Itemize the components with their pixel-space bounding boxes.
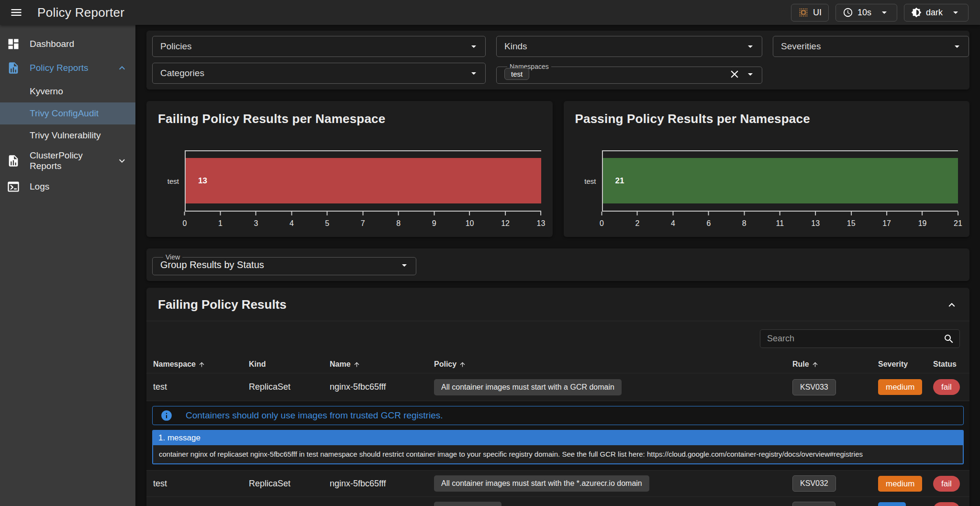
sidebar-item-label: Dashboard (30, 39, 74, 49)
sidebar: Dashboard Policy Reports Kyverno Trivy C… (0, 25, 135, 506)
file-chart-icon (7, 61, 20, 75)
table-row[interactable]: test ReplicaSet nginx-5fbc65fff All cont… (146, 373, 969, 401)
x-tick: 6 (706, 212, 711, 228)
status-badge: fail (933, 379, 960, 395)
view-select-value: Group Results by Status (160, 259, 264, 270)
x-tick: 13 (811, 212, 820, 228)
plot-area: 21 (602, 150, 958, 212)
passing-bar-chart: test 21 0 2 4 6 8 11 (575, 150, 958, 233)
theme-value: dark (926, 8, 943, 18)
chevron-down-icon[interactable] (745, 68, 756, 80)
x-tick: 17 (882, 212, 891, 228)
x-tick: 13 (537, 212, 546, 228)
message-text: container nginx of replicaset nginx-5fbc… (153, 445, 963, 463)
chevron-down-icon (468, 41, 479, 52)
column-header-kind[interactable]: Kind (249, 360, 330, 369)
passing-bar: 21 (603, 158, 958, 203)
sidebar-item-clusterpolicy-reports[interactable]: ClusterPolicy Reports (0, 149, 135, 172)
sort-asc-icon (459, 361, 466, 368)
column-header-policy[interactable]: Policy (434, 360, 792, 369)
x-tick: 0 (183, 212, 187, 228)
chevron-up-icon (116, 62, 128, 74)
theme-brightness-icon (911, 7, 922, 18)
x-tick: 2 (635, 212, 639, 228)
refresh-interval-select[interactable]: 10s (835, 4, 897, 22)
column-header-name[interactable]: Name (330, 360, 434, 369)
y-axis-label: test (158, 150, 185, 212)
column-header-severity[interactable]: Severity (878, 360, 933, 369)
x-tick: 19 (918, 212, 927, 228)
x-tick: 8 (396, 212, 401, 228)
sidebar-item-label: Trivy Vulnerability (30, 130, 101, 141)
x-axis: 0 2 4 6 8 11 13 15 17 19 21 (602, 212, 958, 233)
menu-icon[interactable] (10, 6, 23, 19)
sidebar-item-policy-reports[interactable]: Policy Reports (0, 56, 135, 79)
x-tick: 21 (954, 212, 962, 228)
topbar-actions: UI 10s dark (791, 4, 969, 22)
y-axis-label: test (575, 150, 602, 212)
x-tick: 4 (290, 212, 294, 228)
sidebar-item-label: Policy Reports (30, 63, 89, 73)
column-header-status[interactable]: Status (933, 360, 965, 369)
view-select[interactable]: View Group Results by Status (152, 253, 416, 275)
sidebar-item-label: ClusterPolicy Reports (30, 150, 116, 171)
rule-chip: KSV011 (792, 502, 835, 506)
search-field (760, 329, 960, 348)
policies-select[interactable]: Policies (152, 36, 486, 57)
chart-title: Failing Policy Results per Namespace (158, 112, 541, 126)
severities-select[interactable]: Severities (773, 36, 969, 57)
rule-chip: KSV033 (792, 379, 836, 395)
sidebar-item-trivy-configaudit[interactable]: Trivy ConfigAudit (0, 102, 135, 124)
namespaces-select[interactable]: Namespaces test (496, 63, 762, 84)
results-title: Failing Policy Results (158, 297, 287, 312)
chevron-down-icon[interactable] (399, 259, 410, 271)
status-badge: fail (933, 502, 960, 506)
sidebar-item-dashboard[interactable]: Dashboard (0, 33, 135, 56)
x-tick: 15 (847, 212, 856, 228)
failing-results-panel: Failing Policy Results Namespace Kind (146, 288, 969, 506)
chevron-down-icon (879, 7, 890, 18)
search-input[interactable] (767, 334, 943, 344)
ui-version-button[interactable]: UI (791, 4, 829, 22)
categories-select[interactable]: Categories (152, 63, 486, 84)
collapse-panel-icon[interactable] (946, 299, 958, 311)
table-row[interactable]: test ReplicaSet nginx-5fbc65fff CPU not … (146, 496, 969, 506)
policy-chip: All container images must start with a G… (434, 379, 622, 395)
clock-icon (843, 7, 853, 18)
select-frame-icon (798, 7, 809, 18)
bar-value-label: 13 (198, 176, 207, 186)
column-header-rule[interactable]: Rule (792, 360, 878, 369)
categories-select-label: Categories (160, 68, 204, 79)
message-label: 1. message (153, 431, 963, 445)
theme-select[interactable]: dark (904, 4, 969, 22)
rule-chip: KSV032 (792, 475, 836, 492)
console-icon (7, 180, 20, 193)
clear-icon[interactable] (728, 68, 741, 80)
view-panel: View Group Results by Status (146, 248, 969, 281)
charts-row: Failing Policy Results per Namespace tes… (146, 101, 969, 237)
cell-namespace: test (153, 479, 249, 489)
kinds-select-label: Kinds (504, 41, 527, 52)
sort-asc-icon (198, 361, 205, 368)
policy-chip: All container images must start with the… (434, 475, 649, 492)
policy-chip: CPU not limited (434, 502, 501, 506)
table-row[interactable]: test ReplicaSet nginx-5fbc65fff All cont… (146, 470, 969, 496)
ui-button-label: UI (813, 8, 822, 18)
x-axis: 0 1 3 4 5 7 8 9 10 12 13 (185, 212, 541, 233)
sidebar-item-logs[interactable]: Logs (0, 175, 135, 198)
x-tick: 4 (671, 212, 675, 228)
file-chart-icon (7, 154, 20, 168)
plot-area: 13 (185, 150, 541, 212)
sidebar-item-kyverno[interactable]: Kyverno (0, 80, 135, 102)
x-tick: 11 (776, 212, 784, 228)
sidebar-item-trivy-vulnerability[interactable]: Trivy Vulnerability (0, 124, 135, 146)
filters-panel: Policies Kinds Severities Categories Nam… (146, 31, 969, 90)
chevron-down-icon (951, 41, 963, 52)
chevron-down-icon (468, 67, 479, 79)
column-header-namespace[interactable]: Namespace (153, 360, 249, 369)
main-content: Policies Kinds Severities Categories Nam… (135, 25, 980, 506)
kinds-select[interactable]: Kinds (496, 36, 762, 57)
sort-asc-icon (812, 361, 819, 368)
severities-select-label: Severities (781, 41, 821, 52)
x-tick: 12 (501, 212, 510, 228)
